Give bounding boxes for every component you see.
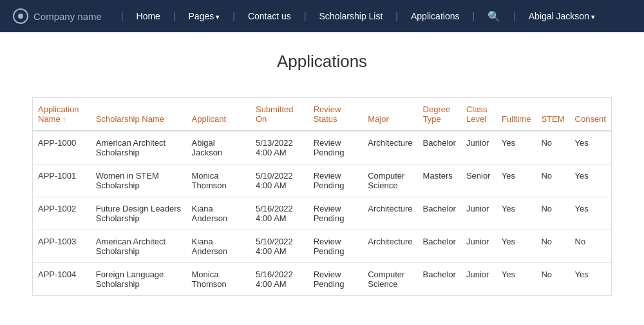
nav-home[interactable]: Home xyxy=(130,11,167,21)
nav-scholarship[interactable]: Scholarship List xyxy=(313,11,390,21)
divider-4: | xyxy=(304,11,307,21)
cell-stem: No xyxy=(536,131,569,164)
cell-consent: No xyxy=(570,230,611,263)
cell-degree: Bachelor xyxy=(418,230,461,263)
cell-submitted: 5/10/2022 4:00 AM xyxy=(251,230,308,263)
cell-class_level: Senior xyxy=(461,164,497,197)
col-header-submitted: Submitted On xyxy=(251,98,308,131)
cell-review: Review Pending xyxy=(308,230,363,263)
main-content: Applications Application Name Scholarshi… xyxy=(0,32,644,315)
cell-class_level: Junior xyxy=(461,131,497,164)
cell-applicant: Monica Thomson xyxy=(187,164,251,197)
col-header-major: Major xyxy=(363,98,417,131)
applications-table-wrapper: Application Name Scholarship Name Applic… xyxy=(32,97,612,296)
cell-stem: No xyxy=(536,164,569,197)
cell-class_level: Junior xyxy=(461,197,497,230)
nav-contact[interactable]: Contact us xyxy=(242,11,298,21)
table-row[interactable]: APP-1003American Architect ScholarshipKi… xyxy=(33,230,611,263)
divider-6: | xyxy=(472,11,475,21)
cell-fulltime: Yes xyxy=(497,131,536,164)
brand-icon xyxy=(13,8,28,24)
col-header-fulltime: Fulltime xyxy=(497,98,536,131)
cell-major: Architecture xyxy=(363,197,417,230)
cell-fulltime: Yes xyxy=(497,263,536,296)
col-header-applicant: Applicant xyxy=(187,98,251,131)
cell-sch_name: American Architect Scholarship xyxy=(91,230,187,263)
cell-fulltime: Yes xyxy=(497,230,536,263)
cell-class_level: Junior xyxy=(461,263,497,296)
cell-stem: No xyxy=(536,197,569,230)
divider-2: | xyxy=(173,11,176,21)
cell-major: Architecture xyxy=(363,230,417,263)
cell-submitted: 5/10/2022 4:00 AM xyxy=(251,164,308,197)
divider-5: | xyxy=(395,11,398,21)
cell-app_name: APP-1002 xyxy=(33,197,91,230)
page-title: Applications xyxy=(13,52,631,72)
cell-sch_name: Foreign Language Scholarship xyxy=(91,263,187,296)
cell-degree: Masters xyxy=(418,164,461,197)
cell-review: Review Pending xyxy=(308,164,363,197)
cell-app_name: APP-1003 xyxy=(33,230,91,263)
cell-app_name: APP-1001 xyxy=(33,164,91,197)
cell-fulltime: Yes xyxy=(497,197,536,230)
cell-degree: Bachelor xyxy=(418,197,461,230)
cell-degree: Bachelor xyxy=(418,131,461,164)
col-header-review: Review Status xyxy=(308,98,363,131)
navbar: Company name | Home | Pages | Contact us… xyxy=(0,0,644,32)
cell-sch_name: American Architect Scholarship xyxy=(91,131,187,164)
brand-name: Company name xyxy=(33,11,102,22)
col-header-stem: STEM xyxy=(536,98,569,131)
cell-major: Architecture xyxy=(363,131,417,164)
search-icon[interactable]: 🔍 xyxy=(481,10,507,23)
cell-consent: Yes xyxy=(570,164,611,197)
divider-1: | xyxy=(121,11,124,21)
cell-submitted: 5/13/2022 4:00 AM xyxy=(251,131,308,164)
col-header-consent: Consent xyxy=(570,98,611,131)
table-row[interactable]: APP-1001Women in STEM ScholarshipMonica … xyxy=(33,164,611,197)
table-row[interactable]: APP-1002Future Design Leaders Scholarshi… xyxy=(33,197,611,230)
cell-fulltime: Yes xyxy=(497,164,536,197)
cell-submitted: 5/16/2022 4:00 AM xyxy=(251,263,308,296)
table-header: Application Name Scholarship Name Applic… xyxy=(33,98,611,131)
cell-review: Review Pending xyxy=(308,263,363,296)
col-header-app-name[interactable]: Application Name xyxy=(33,98,91,131)
cell-stem: No xyxy=(536,230,569,263)
table-row[interactable]: APP-1000American Architect ScholarshipAb… xyxy=(33,131,611,164)
cell-sch_name: Women in STEM Scholarship xyxy=(91,164,187,197)
applications-table: Application Name Scholarship Name Applic… xyxy=(33,98,611,295)
cell-stem: No xyxy=(536,263,569,296)
col-header-sch-name: Scholarship Name xyxy=(91,98,187,131)
brand[interactable]: Company name xyxy=(13,8,102,24)
nav-applications[interactable]: Applications xyxy=(404,11,466,21)
cell-sch_name: Future Design Leaders Scholarship xyxy=(91,197,187,230)
user-menu[interactable]: Abigal Jackson xyxy=(522,11,601,21)
cell-app_name: APP-1004 xyxy=(33,263,91,296)
cell-major: Computer Science xyxy=(363,263,417,296)
cell-applicant: Abigal Jackson xyxy=(187,131,251,164)
cell-submitted: 5/16/2022 4:00 AM xyxy=(251,197,308,230)
nav-pages[interactable]: Pages xyxy=(182,11,227,21)
cell-applicant: Kiana Anderson xyxy=(187,230,251,263)
cell-app_name: APP-1000 xyxy=(33,131,91,164)
divider-7: | xyxy=(513,11,516,21)
col-header-degree: Degree Type xyxy=(418,98,461,131)
cell-major: Computer Science xyxy=(363,164,417,197)
cell-degree: Bachelor xyxy=(418,263,461,296)
cell-applicant: Monica Thomson xyxy=(187,263,251,296)
cell-review: Review Pending xyxy=(308,131,363,164)
cell-consent: Yes xyxy=(570,131,611,164)
cell-applicant: Kiana Anderson xyxy=(187,197,251,230)
cell-review: Review Pending xyxy=(308,197,363,230)
divider-3: | xyxy=(232,11,235,21)
table-body: APP-1000American Architect ScholarshipAb… xyxy=(33,131,611,295)
cell-consent: Yes xyxy=(570,197,611,230)
cell-consent: Yes xyxy=(570,263,611,296)
col-header-class: Class Level xyxy=(461,98,497,131)
table-row[interactable]: APP-1004Foreign Language ScholarshipMoni… xyxy=(33,263,611,296)
cell-class_level: Junior xyxy=(461,230,497,263)
